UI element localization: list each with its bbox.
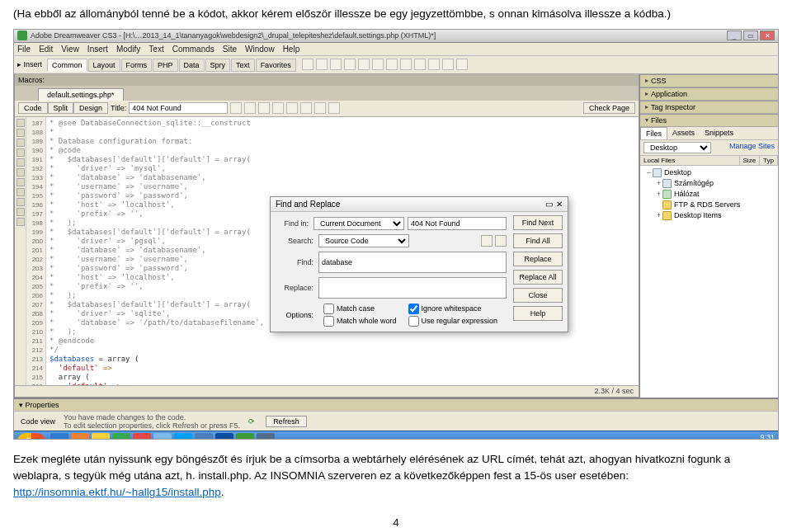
replace-input[interactable] [318, 277, 507, 299]
manage-sites-link[interactable]: Manage Sites [729, 142, 775, 153]
tray-time[interactable]: 9:31 [760, 433, 775, 440]
insert-icon-5[interactable] [372, 59, 384, 70]
menu-edit[interactable]: Edit [39, 45, 53, 54]
insert-icon-6[interactable] [386, 59, 398, 70]
doc-tool-icon-4[interactable] [286, 102, 298, 114]
tree-item[interactable]: +Hálózat [642, 189, 776, 200]
help-button[interactable]: Help [513, 306, 563, 321]
code-tool-4[interactable] [16, 158, 25, 167]
insert-icon-0[interactable] [302, 59, 314, 70]
dialog-min-icon[interactable]: ▭ [545, 200, 553, 209]
code-tool-8[interactable] [16, 198, 25, 206]
code-tool-2[interactable] [16, 139, 25, 147]
code-tool-6[interactable] [16, 178, 25, 186]
insert-tab-layout[interactable]: Layout [88, 59, 120, 72]
insert-icon-4[interactable] [358, 59, 370, 70]
menu-commands[interactable]: Commands [172, 45, 214, 54]
code-tool-3[interactable] [16, 148, 25, 157]
site-dropdown[interactable]: Desktop [644, 142, 711, 153]
search-select[interactable]: Source Code [318, 234, 409, 247]
menu-file[interactable]: File [17, 45, 31, 54]
insert-tab-data[interactable]: Data [179, 59, 205, 72]
doc-tool-icon-7[interactable] [328, 102, 340, 114]
tree-item[interactable]: +Számítógép [642, 178, 776, 189]
opt-whitespace[interactable]: Ignore whitespace [408, 304, 498, 314]
replace-button[interactable]: Replace [513, 252, 563, 266]
code-tool-7[interactable] [16, 188, 25, 196]
col-type[interactable]: Typ [760, 156, 778, 165]
panel-files-head[interactable]: Files [640, 114, 778, 127]
menu-insert[interactable]: Insert [87, 45, 108, 54]
check-page-button[interactable]: Check Page [583, 102, 635, 114]
find-next-button[interactable]: Find Next [513, 215, 563, 230]
taskbar-icon-10[interactable] [257, 433, 275, 440]
doc-tool-icon-3[interactable] [272, 102, 284, 114]
insert-icon-10[interactable] [442, 59, 454, 70]
start-button[interactable] [17, 433, 45, 440]
load-query-icon[interactable] [495, 235, 507, 247]
menu-view[interactable]: View [61, 45, 79, 54]
code-tool-0[interactable] [16, 119, 25, 127]
menu-modify[interactable]: Modify [116, 45, 140, 54]
dialog-title-bar[interactable]: Find and Replace ▭ ✕ [271, 197, 568, 212]
opt-regex[interactable]: Use regular expression [408, 316, 498, 327]
doc-tool-icon-1[interactable] [244, 102, 256, 114]
code-tool-9[interactable] [16, 208, 25, 216]
panel-tag-inspector-head[interactable]: Tag Inspector [640, 101, 778, 114]
insert-icon-9[interactable] [428, 59, 440, 70]
code-tool-10[interactable] [16, 218, 25, 226]
doc-tool-icon-5[interactable] [300, 102, 312, 114]
view-code-button[interactable]: Code [18, 102, 48, 114]
menu-site[interactable]: Site [223, 45, 237, 54]
refresh-button[interactable]: Refresh [266, 416, 307, 427]
opt-matchcase[interactable]: Match case [323, 304, 397, 314]
close-button[interactable]: ✕ [760, 31, 775, 40]
view-design-button[interactable]: Design [73, 102, 108, 114]
find-all-button[interactable]: Find All [513, 233, 563, 248]
insert-icon-11[interactable] [456, 59, 468, 70]
close-dialog-button[interactable]: Close [513, 288, 563, 303]
code-tool-1[interactable] [16, 129, 25, 137]
tray-lang[interactable]: HU [719, 437, 730, 440]
tab-files[interactable]: Files [640, 127, 667, 139]
panel-css-head[interactable]: CSS [640, 74, 778, 87]
insert-drawer-label[interactable]: ▸ Insert [17, 60, 42, 68]
maximize-button[interactable]: ▭ [743, 31, 758, 40]
insert-icon-7[interactable] [400, 59, 412, 70]
insert-tab-common[interactable]: Common [47, 59, 87, 72]
opt-wholeword[interactable]: Match whole word [323, 316, 397, 327]
col-local-files[interactable]: Local Files [640, 156, 740, 165]
save-query-icon[interactable] [481, 235, 493, 247]
replace-all-button[interactable]: Replace All [513, 270, 563, 285]
tree-item[interactable]: FTP & RDS Servers [642, 200, 776, 210]
panel-application-head[interactable]: Application [640, 87, 778, 101]
install-url-link[interactable]: http://insomnia.ektf.hu/~hallg15/install… [13, 486, 221, 498]
taskbar-icon-9[interactable] [236, 433, 254, 440]
find-input[interactable] [318, 252, 507, 273]
tree-item[interactable]: −Desktop [642, 167, 776, 178]
insert-tab-forms[interactable]: Forms [121, 59, 153, 72]
tab-snippets[interactable]: Snippets [700, 127, 738, 139]
insert-icon-2[interactable] [330, 59, 342, 70]
doc-tool-icon-2[interactable] [258, 102, 270, 114]
properties-head[interactable]: ▾ Properties [14, 399, 778, 412]
menu-help[interactable]: Help [283, 45, 300, 54]
insert-icon-1[interactable] [316, 59, 328, 70]
taskbar-icon-2[interactable] [92, 433, 110, 440]
menu-text[interactable]: Text [148, 45, 163, 54]
insert-tab-favorites[interactable]: Favorites [256, 59, 296, 72]
taskbar-icon-4[interactable] [133, 433, 151, 440]
doc-tab-default-settings[interactable]: default.settings.php* [38, 88, 124, 101]
insert-tab-spry[interactable]: Spry [205, 59, 231, 72]
taskbar-icon-5[interactable] [153, 433, 172, 440]
taskbar-icon-6[interactable] [174, 433, 192, 440]
insert-icon-3[interactable] [344, 59, 356, 70]
doc-tool-icon-6[interactable] [314, 102, 326, 114]
doc-tool-icon-0[interactable] [230, 102, 242, 114]
taskbar-icon-1[interactable] [71, 433, 89, 440]
dialog-close-icon[interactable]: ✕ [556, 200, 563, 209]
minimize-button[interactable]: _ [727, 31, 742, 40]
insert-tab-text[interactable]: Text [231, 59, 255, 72]
taskbar-icon-8[interactable] [215, 433, 233, 440]
title-input[interactable] [129, 102, 228, 114]
